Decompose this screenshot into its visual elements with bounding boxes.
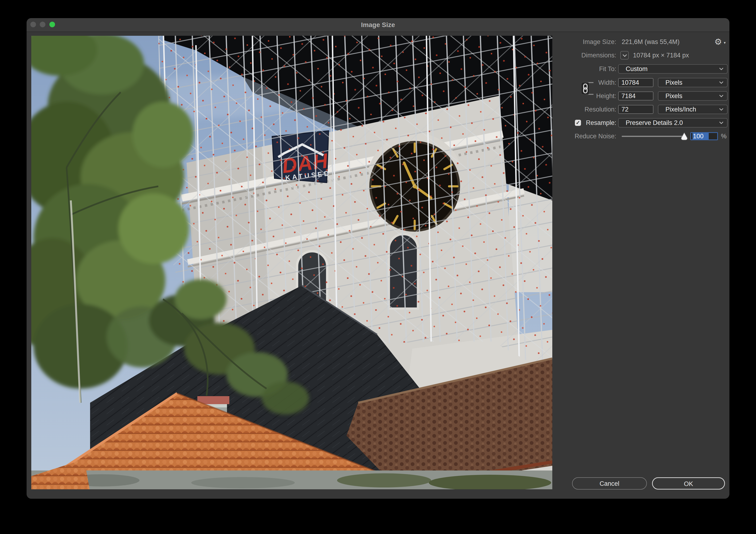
width-unit-select[interactable]: Pixels [658,78,728,87]
resolution-unit-selected: Pixels/Inch [665,106,696,113]
ok-button[interactable]: OK [652,477,725,490]
fit-to-selected: Custom [626,66,648,72]
width-input[interactable] [618,78,654,87]
reduce-noise-label: Reduce Noise: [532,131,616,141]
reduce-noise-input[interactable]: 100 [690,132,718,140]
height-label: Height: [532,91,616,101]
height-input[interactable] [618,92,654,100]
height-unit-select[interactable]: Pixels [658,91,728,101]
resample-method-select[interactable]: Preserve Details 2.0 [618,118,728,127]
resolution-unit-select[interactable]: Pixels/Inch [658,105,728,114]
image-size-label: Image Size: [532,37,616,46]
chevron-down-icon [719,108,723,111]
resolution-input[interactable] [618,105,654,114]
chevron-down-icon [719,81,723,84]
fit-to-label: Fit To: [532,64,616,74]
dimensions-unit-button[interactable] [620,51,629,60]
gear-icon[interactable]: ⚙ [715,38,722,46]
resample-label: Resample: [532,118,616,127]
reduce-noise-value: 100 [692,133,709,140]
gear-caret-icon: ▾ [724,40,726,45]
image-size-dialog: Image Size [27,18,729,499]
chevron-down-icon [719,95,723,97]
fit-to-select[interactable]: Custom [618,64,728,74]
chevron-down-icon [719,121,723,124]
dimensions-label: Dimensions: [532,51,616,60]
width-label: Width: [532,78,616,87]
height-unit-selected: Pixels [665,93,682,99]
chevron-down-icon [623,54,627,57]
resolution-label: Resolution: [532,105,616,114]
slider-thumb[interactable] [681,132,688,141]
dialog-title: Image Size [27,18,729,32]
image-preview[interactable]: DAH KATUSED [31,36,552,489]
titlebar: Image Size [27,18,729,32]
reduce-noise-slider[interactable] [622,136,686,137]
dimensions-value: 10784 px × 7184 px [633,51,689,60]
chevron-down-icon [719,68,723,70]
image-size-value: 221,6M (was 55,4M) [622,37,680,46]
percent-suffix: % [721,131,727,141]
cancel-button[interactable]: Cancel [572,477,647,490]
width-unit-selected: Pixels [665,79,682,86]
resample-method-selected: Preserve Details 2.0 [626,119,683,126]
